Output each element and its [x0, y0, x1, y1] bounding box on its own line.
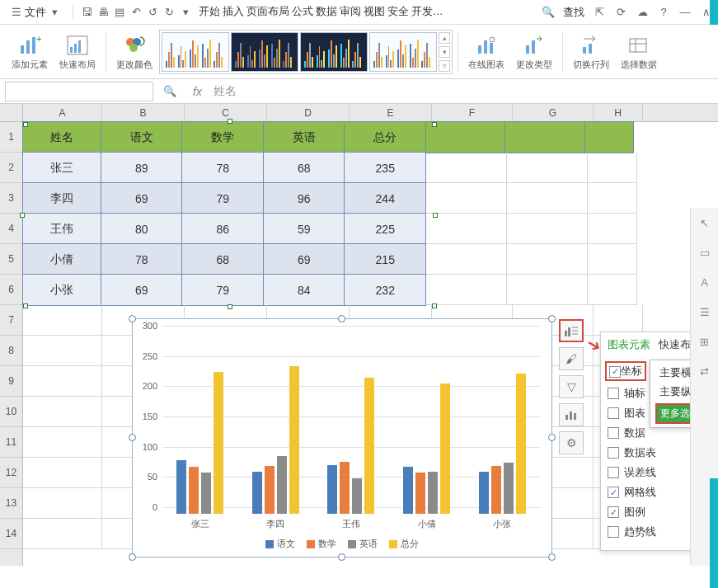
chart-elements-button[interactable] [559, 319, 584, 342]
legend-item[interactable]: 总分 [389, 538, 419, 550]
gallery-down-icon[interactable]: ▾ [439, 46, 450, 58]
search-label[interactable]: 查找 [563, 5, 584, 20]
bar[interactable] [176, 460, 186, 514]
cell[interactable] [507, 214, 588, 244]
gallery-up-icon[interactable]: ▴ [439, 32, 450, 44]
chart-style-button[interactable]: 🖌 [559, 347, 584, 370]
col-header[interactable]: A [23, 104, 102, 121]
bar[interactable] [214, 372, 223, 514]
tab-layout[interactable]: 页面布局 [246, 5, 289, 19]
cell[interactable] [426, 183, 507, 214]
cell[interactable] [23, 488, 102, 519]
row-header[interactable]: 3 [0, 183, 22, 214]
resize-handle[interactable] [129, 553, 136, 561]
cell[interactable]: 68 [181, 243, 264, 275]
row-header[interactable]: 8 [0, 336, 22, 366]
chart-object[interactable]: 050100150200250300 张三李四王伟小倩小张 语文数学英语总分 [132, 318, 552, 557]
cell[interactable]: 数学 [181, 121, 264, 153]
cell[interactable]: 84 [263, 274, 345, 306]
legend-item[interactable]: 语文 [265, 538, 295, 550]
cell[interactable]: 89 [101, 152, 183, 184]
resize-handle[interactable] [129, 315, 136, 322]
style-thumb-4[interactable] [369, 32, 437, 72]
bar[interactable] [327, 465, 337, 514]
cell[interactable] [504, 121, 585, 153]
bar[interactable] [440, 383, 450, 514]
chart-filter-button[interactable]: ▽ [559, 375, 584, 398]
cell[interactable]: 69 [101, 182, 183, 214]
selection-handle[interactable] [228, 304, 232, 309]
tab-dev[interactable]: 开发… [411, 5, 443, 19]
bar[interactable] [504, 463, 514, 514]
row-header[interactable]: 10 [0, 397, 22, 427]
bar[interactable] [491, 466, 501, 514]
cell[interactable]: 235 [344, 152, 426, 184]
cell[interactable]: 215 [344, 243, 426, 275]
grid-icon[interactable]: ⊞ [697, 333, 713, 350]
col-header[interactable]: D [267, 104, 350, 121]
cell[interactable]: 小倩 [22, 243, 101, 275]
resize-handle[interactable] [548, 434, 556, 441]
bar[interactable] [352, 478, 362, 514]
col-header[interactable]: F [432, 104, 513, 121]
cell[interactable] [507, 153, 588, 183]
selection-handle[interactable] [23, 303, 28, 308]
cell[interactable] [23, 366, 102, 397]
selection-handle[interactable] [433, 213, 438, 218]
undo-icon[interactable]: ↺ [146, 6, 159, 19]
bar[interactable] [516, 374, 526, 514]
style-thumb-3[interactable] [300, 32, 368, 72]
cell[interactable] [426, 153, 507, 183]
switch-rowcol-button[interactable]: 切换行列 [568, 27, 614, 77]
quick-layout-button[interactable]: 快速布局 [54, 27, 101, 77]
bar[interactable] [479, 472, 489, 514]
cell[interactable]: 李四 [22, 182, 101, 214]
cell[interactable] [23, 397, 102, 427]
gallery-more-icon[interactable]: ▿ [439, 60, 450, 72]
share-icon[interactable]: ⇱ [593, 6, 606, 19]
row-header[interactable]: 11 [0, 427, 22, 458]
cell[interactable] [23, 427, 102, 458]
online-chart-button[interactable]: 在线图表 [463, 27, 509, 77]
cell[interactable] [588, 214, 637, 244]
bar[interactable] [403, 467, 413, 514]
cell[interactable] [588, 275, 637, 305]
cell[interactable]: 68 [263, 152, 345, 184]
cell[interactable]: 80 [101, 213, 183, 245]
cell[interactable] [23, 458, 102, 488]
fx-search-icon[interactable]: 🔍 [163, 85, 176, 97]
cell[interactable] [507, 275, 588, 305]
bar[interactable] [201, 473, 211, 514]
cell[interactable] [507, 183, 588, 214]
col-header[interactable]: E [350, 104, 432, 121]
cell[interactable] [584, 121, 634, 153]
cell[interactable]: 69 [263, 243, 345, 275]
cell[interactable]: 225 [344, 213, 426, 245]
cell[interactable]: 79 [181, 182, 264, 214]
cell[interactable]: 王伟 [22, 213, 101, 245]
row-header[interactable]: 9 [0, 366, 22, 397]
resize-handle[interactable] [129, 434, 136, 441]
tab-view[interactable]: 视图 [364, 5, 385, 19]
cell[interactable]: 232 [344, 274, 426, 306]
row-header[interactable]: 6 [0, 275, 22, 305]
cell[interactable] [588, 153, 637, 183]
row-header[interactable]: 1 [0, 122, 22, 153]
row-header[interactable]: 14 [0, 519, 22, 549]
chart-settings-button[interactable]: ⚙ [559, 431, 584, 454]
style-thumb-1[interactable] [162, 32, 229, 72]
add-element-button[interactable]: + 添加元素 [7, 27, 53, 77]
cell[interactable]: 86 [181, 213, 264, 245]
bar[interactable] [277, 456, 287, 514]
bar[interactable] [340, 462, 350, 514]
col-header[interactable]: G [513, 104, 594, 121]
tab-review[interactable]: 审阅 [340, 5, 361, 19]
bar[interactable] [289, 366, 299, 514]
font-icon[interactable]: A [697, 274, 713, 290]
search-icon[interactable]: 🔍 [542, 6, 555, 19]
cell[interactable]: 姓名 [22, 121, 101, 153]
cell[interactable] [588, 244, 637, 275]
cloud-icon[interactable]: ☁ [636, 6, 649, 19]
cell[interactable]: 张三 [22, 152, 101, 184]
cell[interactable]: 英语 [263, 121, 345, 153]
